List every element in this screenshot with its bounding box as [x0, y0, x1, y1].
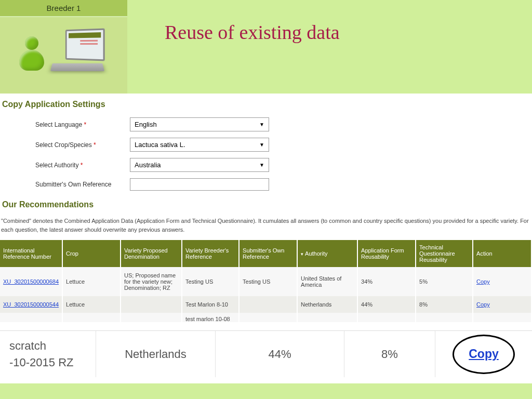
- recommendations-description: "Combined" denotes the Combined Applicat…: [0, 215, 532, 240]
- cell-tq-reuse: 8%: [416, 296, 473, 313]
- zoom-col-action: Copy: [435, 331, 532, 377]
- cell-sub-ref: [239, 296, 297, 313]
- cell-authority: United States of America: [297, 267, 357, 296]
- cell-denom: US; Proposed name for the variety new; D…: [121, 267, 182, 296]
- select-authority-value: Australia: [135, 161, 161, 169]
- table-row: XU_30201500000544 Lettuce Test Marlon 8-…: [0, 296, 531, 313]
- recommendations-table: International Reference Number Crop Vari…: [0, 240, 532, 322]
- table-header-row: International Reference Number Crop Vari…: [0, 240, 531, 267]
- chevron-down-icon: ▼: [259, 162, 264, 168]
- row-submitter-ref: Submitter's Own Reference: [0, 175, 532, 194]
- breeder-title: Breeder 1: [0, 0, 127, 17]
- cell-breeder-ref: Test Marlon 8-10: [182, 296, 239, 313]
- slide-title: Reuse of existing data: [127, 0, 340, 44]
- select-language[interactable]: English ▼: [130, 117, 269, 131]
- zoom-strip: scratch -10-2015 RZ Netherlands 44% 8% C…: [0, 330, 532, 377]
- row-language: Select Language * English ▼: [0, 114, 532, 135]
- table-row: XU_30201500000684 Lettuce US; Proposed n…: [0, 267, 531, 296]
- cell-crop: Lettuce: [62, 267, 121, 296]
- ref-link[interactable]: XU_30201500000684: [3, 278, 59, 285]
- th-breeder-ref[interactable]: Variety Breeder's Reference: [182, 240, 239, 267]
- label-submitter-ref: Submitter's Own Reference: [0, 181, 130, 188]
- th-tq-reuse[interactable]: Technical Questionnaire Reusability: [416, 240, 473, 267]
- cell-sub-ref: Testing US: [239, 267, 297, 296]
- th-authority[interactable]: ▾Authority: [297, 240, 357, 267]
- cell-app-reuse: 44%: [357, 296, 416, 313]
- section-copy-settings: Copy Application Settings: [0, 94, 532, 114]
- th-sub-ref[interactable]: Submitter's Own Reference: [239, 240, 297, 267]
- chevron-down-icon: ▼: [259, 122, 264, 127]
- label-crop: Select Crop/Species *: [0, 141, 130, 149]
- select-crop[interactable]: Lactuca sativa L. ▼: [130, 138, 269, 152]
- th-action[interactable]: Action: [473, 240, 531, 267]
- row-crop: Select Crop/Species * Lactuca sativa L. …: [0, 135, 532, 155]
- ref-link[interactable]: XU_30201500000544: [3, 301, 59, 308]
- zoom-col-tq-reuse: 8%: [344, 331, 435, 377]
- select-authority[interactable]: Australia ▼: [130, 158, 269, 172]
- cell-breeder-ref: test marlon 10-08: [182, 313, 239, 322]
- label-language: Select Language *: [0, 121, 130, 128]
- th-crop[interactable]: Crop: [62, 240, 121, 267]
- row-authority: Select Authority * Australia ▼: [0, 155, 532, 175]
- th-ref[interactable]: International Reference Number: [0, 240, 62, 267]
- cell-breeder-ref: Testing US: [182, 267, 239, 296]
- copy-link[interactable]: Copy: [476, 278, 490, 285]
- cell-authority: Netherlands: [297, 296, 357, 313]
- bottom-band: [0, 383, 532, 399]
- cell-denom: [121, 296, 182, 313]
- select-language-value: English: [135, 121, 157, 128]
- th-app-reuse[interactable]: Application Form Reusability: [357, 240, 416, 267]
- table-row-partial: test marlon 10-08: [0, 313, 531, 322]
- th-denom[interactable]: Variety Proposed Denomination: [121, 240, 182, 267]
- select-crop-value: Lactuca sativa L.: [135, 141, 185, 149]
- zoom-col-app-reuse: 44%: [216, 331, 344, 377]
- zoom-col-1: scratch -10-2015 RZ: [0, 331, 96, 377]
- copy-link-zoom[interactable]: Copy: [469, 347, 499, 361]
- label-authority: Select Authority *: [0, 162, 130, 169]
- breeder-box: Breeder 1: [0, 0, 127, 94]
- sort-indicator-icon: ▾: [301, 251, 303, 257]
- cell-app-reuse: 34%: [357, 267, 416, 296]
- chevron-down-icon: ▼: [259, 142, 264, 148]
- header-band: Breeder 1 Reuse of existing data: [0, 0, 532, 94]
- cell-crop: Lettuce: [62, 296, 121, 313]
- copy-link[interactable]: Copy: [476, 301, 490, 308]
- cell-tq-reuse: 5%: [416, 267, 473, 296]
- input-submitter-ref[interactable]: [130, 178, 269, 191]
- breeder-illustration: [0, 17, 127, 87]
- laptop-icon: [46, 29, 109, 76]
- avatar-icon: [19, 34, 44, 71]
- zoom-col-authority: Netherlands: [96, 331, 216, 377]
- section-recommendations: Our Recommendations: [0, 194, 532, 215]
